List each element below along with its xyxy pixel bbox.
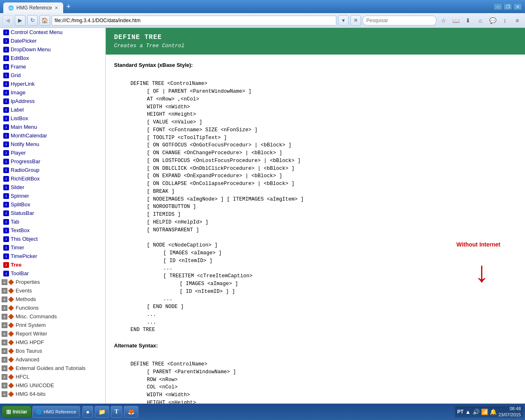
taskbar-app-t[interactable]: T [111,406,122,418]
new-tab-button[interactable]: + [63,2,74,11]
code-line: [ NOROOTBUTTON ] [147,203,517,211]
sidebar-item-bos-taurus[interactable]: + Bos Taurus [0,347,105,355]
sidebar-item-functions[interactable]: + Functions [0,304,105,312]
sidebar-item-methods[interactable]: + Methods [0,295,105,304]
sidebar-item-richeditbox[interactable]: i RichEditBox [0,174,105,183]
sidebar-item-frame[interactable]: i Frame [0,62,105,71]
sidebar-item-properties[interactable]: + Properties [0,278,105,286]
up-arrow-icon[interactable]: ▲ [465,409,471,415]
network-icon[interactable]: 📶 [481,409,488,415]
download-icon[interactable]: ⬇ [463,15,473,26]
diamond-icon [8,279,14,285]
sidebar-label: EditBox [11,55,29,61]
sidebar-item-image[interactable]: i Image [0,88,105,97]
sidebar-label: RichEditBox [11,176,40,182]
sidebar-item-hfcl[interactable]: + HFCL [0,372,105,381]
volume-icon[interactable]: 🔊 [472,409,479,415]
menu-icon[interactable]: ≡ [512,15,523,26]
sidebar-item-editbox[interactable]: i EditBox [0,54,105,62]
sidebar-item-print-system[interactable]: + Print System [0,321,105,329]
address-bar[interactable] [52,16,336,25]
sidebar-item-hyperlink[interactable]: i HyperLink [0,80,105,88]
taskbar-app-chrome[interactable]: ● [82,406,93,418]
address-close[interactable]: ✕ [350,15,361,26]
info-icon: i [3,176,9,182]
sidebar-item-tree[interactable]: i Tree [0,260,105,269]
sidebar-item-splitbox[interactable]: i SplitBox [0,200,105,209]
home-button[interactable]: 🏠 [39,15,50,26]
expand-icon: + [2,374,7,380]
back-button[interactable]: ◀ [2,15,13,26]
address-dropdown[interactable]: ▾ [338,15,349,26]
comment-icon[interactable]: 💬 [487,15,498,26]
sidebar-item-player[interactable]: i Player [0,148,105,157]
sidebar-item-timepicker[interactable]: i TimePicker [0,252,105,260]
minimize-button[interactable]: ─ [494,3,502,10]
sidebar-label: MonthCalendar [11,132,47,139]
sidebar-item-hmg-64bits[interactable]: + HMG 64-bits [0,390,105,398]
tab-bar: 🌐 HMG Reference ✕ + [3,0,494,13]
home2-icon[interactable]: ⌂ [475,15,486,26]
sidebar-item-spinner[interactable]: i Spinner [0,192,105,200]
sync-icon[interactable]: ↕ [500,15,510,26]
sidebar-item-progressbar[interactable]: i ProgressBar [0,157,105,166]
reload-button[interactable]: ↻ [27,15,38,26]
sidebar-item-textbox[interactable]: i TextBox [0,226,105,235]
info-icon: i [3,133,9,139]
restore-button[interactable]: ❐ [504,3,512,10]
expand-icon: + [2,288,7,294]
taskbar-app-firefox[interactable]: 🦊 [124,406,138,418]
sidebar-item-events[interactable]: + Events [0,286,105,295]
sidebar-item-control-context-menu[interactable]: i Control Context Menu [0,28,105,37]
forward-button[interactable]: ▶ [15,15,25,26]
taskbar-hmg-reference[interactable]: 🌐 HMG Reference [32,406,80,418]
keyboard-icon[interactable]: PT [457,409,463,415]
code-line: HEIGHT <nHeight> [147,399,517,404]
sidebar-item-hmg-hpdf[interactable]: + HMG HPDF [0,338,105,347]
expand-icon: + [2,383,7,388]
sidebar-item-hmg-unicode[interactable]: + HMG UNICODE [0,381,105,390]
sidebar-item-listbox[interactable]: i ListBox [0,114,105,123]
code-line: [ VALUE <nValue> ] [147,119,517,126]
sidebar-item-advanced[interactable]: + Advanced [0,355,105,364]
sidebar-label: ListBox [11,115,28,121]
sidebar-item-notify-menu[interactable]: i Notify Menu [0,140,105,148]
expand-icon: + [2,279,7,285]
notification-icon[interactable]: 🔔 [490,409,497,415]
sidebar-item-toolbar[interactable]: i ToolBar [0,269,105,278]
info-icon: i [3,107,9,113]
search-input[interactable] [363,16,436,25]
sidebar-item-label[interactable]: i Label [0,105,105,114]
sidebar-item-report-writer[interactable]: + Report Writer [0,329,105,338]
tab-close-btn[interactable]: ✕ [55,5,58,11]
sidebar-scroll[interactable]: i Control Context Menu i DatePicker i Dr… [0,28,105,404]
sidebar-item-datepicker[interactable]: i DatePicker [0,37,105,45]
sidebar-item-statusbar[interactable]: i StatusBar [0,209,105,217]
start-button[interactable]: ⊞ Iniciar [2,406,32,418]
sidebar-label: IpAddress [11,98,35,104]
diamond-icon [8,339,14,345]
sidebar-item-grid[interactable]: i Grid [0,71,105,80]
sidebar-item-tab[interactable]: i Tab [0,217,105,226]
sidebar-item-slider[interactable]: i Slider [0,183,105,192]
sidebar-label: RadioGroup [11,167,39,173]
sidebar-item-radiogroup[interactable]: i RadioGroup [0,166,105,174]
bookmark-star-icon[interactable]: ☆ [438,15,449,26]
time-display: 08:48 [498,406,521,412]
sidebar-item-timer[interactable]: i Timer [0,243,105,252]
code-line: [ ON DBLCLICK <OnDblClickProcedure> | <b… [147,165,517,173]
expand-icon: + [2,322,7,328]
sidebar-item-this-object[interactable]: i This Object [0,235,105,243]
sidebar-item-main-menu[interactable]: i Main Menu [0,123,105,131]
sidebar-label: Tree [11,262,22,268]
sidebar-item-monthcalendar[interactable]: i MonthCalendar [0,131,105,140]
sidebar-item-ipaddress[interactable]: i IpAddress [0,97,105,105]
sidebar-item-misc-commands[interactable]: + Misc. Commands [0,312,105,321]
sidebar-item-dropdown-menu[interactable]: i DropDown Menu [0,45,105,54]
close-button[interactable]: ✕ [514,3,522,10]
sidebar-item-external-guides[interactable]: + External Guides and Tutorials [0,364,105,372]
info-icon: i [3,253,9,259]
reading-icon[interactable]: 📖 [450,15,461,26]
taskbar-app-folder[interactable]: 📁 [95,406,109,418]
active-tab[interactable]: 🌐 HMG Reference ✕ [3,2,63,13]
